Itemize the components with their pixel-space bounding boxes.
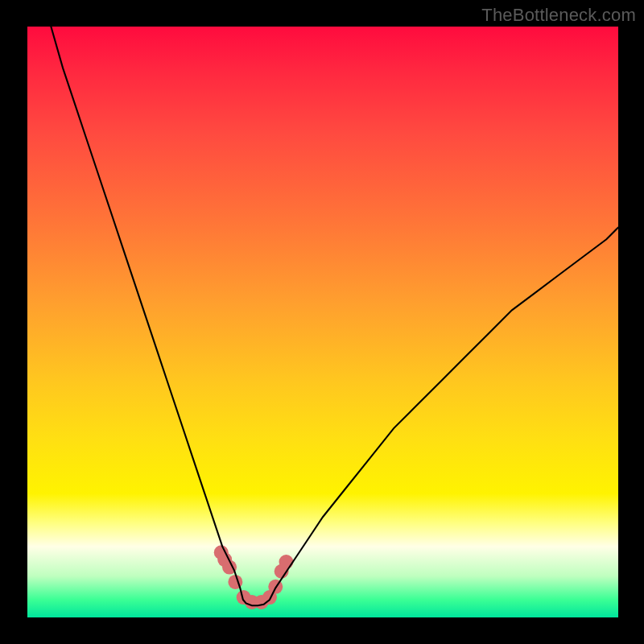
valley-dot <box>279 555 293 569</box>
chart-frame: TheBottleneck.com <box>0 0 644 644</box>
chart-svg <box>27 27 618 617</box>
plot-area <box>27 27 618 617</box>
bottleneck-curve <box>51 27 618 605</box>
watermark-text: TheBottleneck.com <box>481 5 636 26</box>
